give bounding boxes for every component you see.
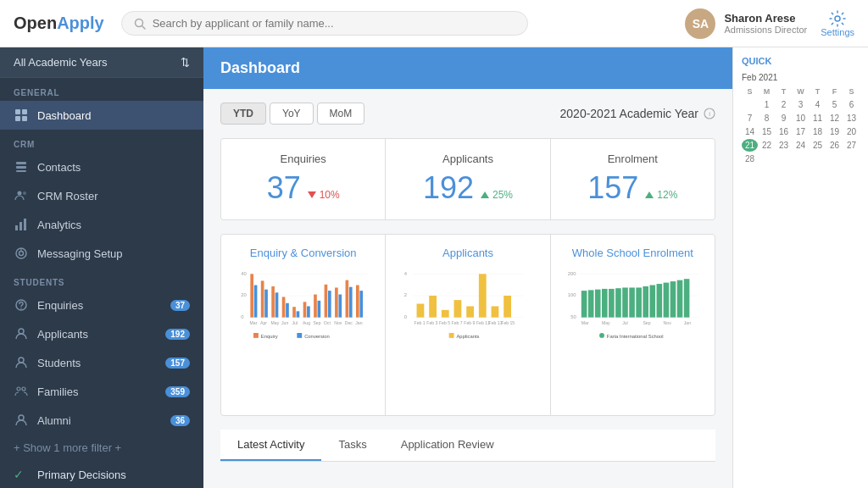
search-input[interactable] — [153, 17, 515, 30]
svg-rect-76 — [417, 304, 425, 318]
cal-day-25[interactable]: 25 — [810, 139, 826, 152]
svg-rect-42 — [297, 311, 300, 317]
settings-button[interactable]: Settings — [821, 10, 854, 37]
svg-text:Nov: Nov — [663, 320, 671, 325]
chart-enrolment-area: 200 100 50 — [565, 268, 701, 403]
cal-day-8[interactable]: 8 — [759, 112, 775, 125]
svg-text:Jan: Jan — [355, 320, 362, 325]
cal-day-15[interactable]: 15 — [759, 125, 775, 138]
cal-day-14[interactable]: 14 — [742, 125, 758, 138]
alumni-icon — [14, 413, 29, 428]
cal-day-2[interactable]: 2 — [776, 98, 792, 111]
sidebar-item-alumni[interactable]: Alumni 36 — [0, 406, 203, 435]
svg-text:Oct: Oct — [324, 320, 331, 325]
sidebar-item-show-more[interactable]: + Show 1 more filter + — [0, 435, 203, 461]
cal-day-3[interactable]: 3 — [793, 98, 809, 111]
svg-rect-52 — [349, 287, 353, 318]
info-icon: i — [704, 108, 715, 119]
academic-year-selector[interactable]: All Academic Years ⇅ — [0, 47, 203, 78]
sidebar-section-students: STUDENTS — [0, 268, 203, 291]
metric-applicants-value: 192 25% — [423, 170, 513, 206]
svg-rect-5 — [15, 116, 20, 121]
sidebar-section-crm: CRM — [0, 130, 203, 152]
sidebar-item-contacts[interactable]: Contacts — [0, 152, 203, 181]
filter-ytd-button[interactable]: YTD — [220, 103, 266, 125]
tab-application-review[interactable]: Application Review — [384, 430, 511, 461]
cal-day-28[interactable]: 28 — [742, 152, 758, 165]
grid-icon — [14, 108, 29, 123]
cal-day-19[interactable]: 19 — [826, 125, 843, 138]
cal-day-13[interactable]: 13 — [843, 112, 860, 125]
tab-tasks[interactable]: Tasks — [321, 430, 383, 461]
cal-day-header-m: M — [759, 86, 775, 97]
cal-day-9[interactable]: 9 — [776, 112, 792, 125]
messaging-icon — [14, 246, 29, 261]
sidebar-item-students[interactable]: Students 157 — [0, 348, 203, 377]
right-panel-title: QUICK — [742, 56, 860, 66]
tab-latest-activity[interactable]: Latest Activity — [220, 430, 321, 461]
metrics-row: Enquiries 37 10% Applicants 192 — [220, 138, 715, 220]
svg-rect-112 — [663, 283, 669, 318]
triangle-up-icon — [481, 191, 489, 198]
cal-day-27[interactable]: 27 — [843, 139, 860, 152]
svg-point-20 — [19, 329, 24, 334]
svg-rect-44 — [307, 306, 310, 317]
user-role: Admissions Director — [724, 25, 807, 35]
chart-enrolment: Whole School Enrolment 200 100 50 — [551, 235, 715, 415]
cal-day-20[interactable]: 20 — [843, 125, 860, 138]
svg-text:50: 50 — [570, 314, 576, 319]
applicants-badge: 192 — [165, 329, 190, 340]
svg-rect-12 — [15, 225, 18, 230]
svg-text:i: i — [709, 110, 710, 118]
svg-rect-108 — [636, 287, 642, 317]
cal-day-7[interactable]: 7 — [742, 112, 758, 125]
cal-day-18[interactable]: 18 — [810, 125, 826, 138]
cal-day-22[interactable]: 22 — [759, 139, 775, 152]
metric-enquiries: Enquiries 37 10% — [221, 139, 385, 219]
cal-day-12[interactable]: 12 — [826, 112, 843, 125]
svg-rect-83 — [504, 296, 512, 318]
cal-day-11[interactable]: 11 — [810, 112, 826, 125]
cal-day-26[interactable]: 26 — [826, 139, 843, 152]
sidebar-item-primary-decisions[interactable]: ✓ Primary Decisions — [0, 461, 203, 488]
chart-enquiry-title: Enquiry & Conversion — [235, 247, 371, 259]
cal-day-21[interactable]: 21 — [742, 139, 758, 152]
sidebar-item-applicants[interactable]: Applicants 192 — [0, 319, 203, 348]
svg-rect-4 — [22, 109, 27, 114]
cal-day-6[interactable]: 6 — [843, 98, 860, 111]
sidebar-item-messaging-label: Messaging Setup — [37, 247, 190, 260]
filter-yoy-button[interactable]: YoY — [270, 103, 314, 125]
check-icon: ✓ — [14, 468, 24, 481]
svg-point-2 — [835, 16, 840, 21]
cal-day-1[interactable]: 1 — [759, 98, 775, 111]
sidebar-show-more-label: + Show 1 more filter + — [14, 441, 190, 454]
svg-rect-109 — [643, 286, 648, 318]
chart-applicants-area: 4 2 0 — [399, 268, 536, 403]
cal-day-header-t2: T — [810, 86, 826, 97]
sidebar-item-messaging[interactable]: Messaging Setup — [0, 239, 203, 268]
sidebar-item-crm-roster[interactable]: CRM Roster — [0, 181, 203, 210]
svg-text:200: 200 — [567, 271, 576, 276]
filter-mom-button[interactable]: MoM — [317, 103, 365, 125]
alumni-badge: 36 — [170, 415, 190, 426]
sidebar-item-analytics[interactable]: Analytics — [0, 210, 203, 239]
cal-day-24[interactable]: 24 — [793, 139, 809, 152]
cal-day-16[interactable]: 16 — [776, 125, 792, 138]
cal-day-4[interactable]: 4 — [810, 98, 826, 111]
svg-rect-81 — [479, 274, 487, 317]
svg-point-22 — [17, 387, 20, 391]
svg-rect-113 — [670, 281, 676, 318]
filter-buttons: YTD YoY MoM — [220, 103, 364, 125]
cal-day-10[interactable]: 10 — [793, 112, 809, 125]
sidebar-item-families[interactable]: Families 359 — [0, 377, 203, 406]
sidebar-item-enquiries[interactable]: Enquiries 37 — [0, 291, 203, 319]
app-wrapper: OpenApply SA Sharon Arese Admissions Dir… — [0, 0, 868, 488]
cal-day-17[interactable]: 17 — [793, 125, 809, 138]
sidebar-item-dashboard[interactable]: Dashboard — [0, 101, 203, 130]
metric-enquiries-title: Enquiries — [238, 152, 368, 165]
svg-text:Enquiry: Enquiry — [261, 334, 278, 339]
filter-bar: YTD YoY MoM 2020-2021 Academic Year i — [220, 103, 715, 125]
cal-day-5[interactable]: 5 — [826, 98, 843, 111]
cal-day-23[interactable]: 23 — [776, 139, 792, 152]
search-bar[interactable] — [121, 11, 528, 36]
